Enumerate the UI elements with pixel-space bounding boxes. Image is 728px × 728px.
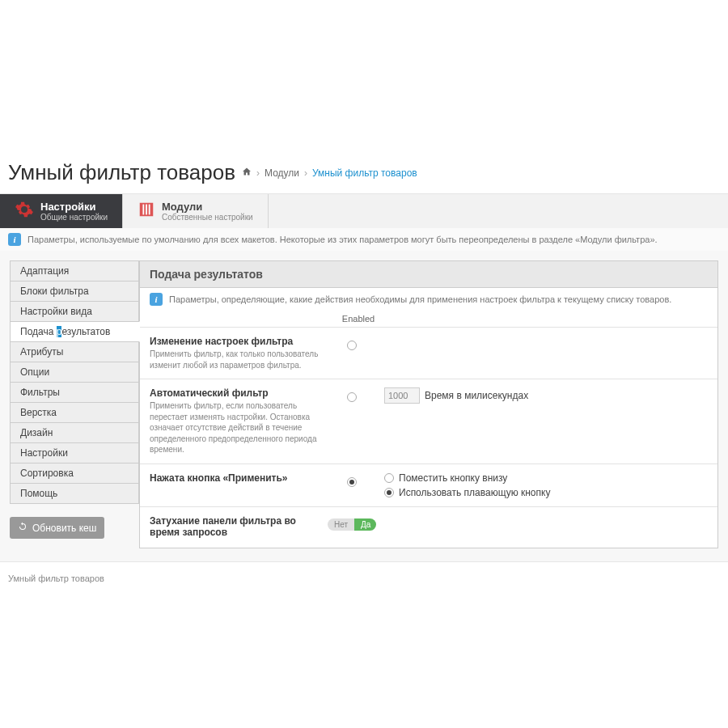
tab-modules[interactable]: Модули Собственные настройки — [123, 194, 269, 228]
tab-title: Модули — [162, 201, 253, 213]
refresh-cache-button[interactable]: Обновить кеш — [10, 517, 104, 539]
sub-option-radio[interactable] — [384, 473, 394, 483]
option-row: Изменение настроек фильтра Применить фил… — [140, 327, 717, 379]
breadcrumb: › Модули › Умный фильтр товаров — [242, 167, 417, 179]
content-block: Настройки Общие настройки Модули Собстве… — [0, 193, 728, 562]
enabled-radio[interactable] — [347, 477, 357, 487]
sidebar-item[interactable]: Опции — [10, 362, 139, 383]
sidebar-item[interactable]: Настройки вида — [10, 301, 139, 322]
info-bar: i Параметры, используемые по умолчанию д… — [0, 228, 728, 251]
sidebar-item[interactable]: Настройки — [10, 442, 139, 463]
refresh-icon — [18, 522, 28, 534]
sidebar-item[interactable]: Блоки фильтра — [10, 281, 139, 302]
tab-subtitle: Собственные настройки — [162, 213, 253, 222]
enabled-radio[interactable] — [347, 392, 357, 402]
breadcrumb-item[interactable]: Модули — [265, 167, 299, 179]
footer-text: Умный фильтр товаров — [0, 562, 728, 595]
sidebar-item[interactable]: Верстка — [10, 402, 139, 423]
sidebar-label-post: езультатов — [61, 326, 110, 337]
page-header: Умный фильтр товаров › Модули › Умный фи… — [0, 157, 728, 193]
sidebar-item[interactable]: Дизайн — [10, 422, 139, 443]
milliseconds-input[interactable] — [384, 387, 420, 404]
info-icon: i — [8, 233, 21, 246]
option-desc: Применить фильтр, если пользователь пере… — [150, 400, 320, 455]
sidebar-item-active[interactable]: Подача результатов — [10, 321, 140, 342]
toggle-on-label: Да — [354, 518, 376, 531]
module-tabs: Настройки Общие настройки Модули Собстве… — [0, 194, 728, 228]
info-text: Параметры, используемые по умолчанию для… — [28, 235, 658, 244]
sub-option-label: Использовать плавающую кнопку — [399, 487, 550, 498]
gear-icon — [15, 200, 34, 222]
toggle-off-label: Нет — [328, 518, 354, 531]
option-title: Затухание панели фильтра во время запрос… — [150, 515, 320, 538]
breadcrumb-sep: › — [304, 167, 307, 179]
option-title: Изменение настроек фильтра — [150, 336, 320, 347]
option-row: Автоматический фильтр Применить фильтр, … — [140, 379, 717, 463]
svg-rect-2 — [146, 205, 147, 215]
sidebar: Адаптация Блоки фильтра Настройки вида П… — [10, 260, 139, 539]
sub-option-label: Поместить кнопку внизу — [399, 472, 507, 484]
sidebar-item[interactable]: Сортировка — [10, 463, 139, 484]
svg-rect-3 — [149, 205, 150, 215]
enabled-radio[interactable] — [347, 341, 357, 350]
tab-title: Настройки — [40, 201, 108, 213]
panel-header: Подача результатов — [140, 261, 717, 288]
sub-option-radio[interactable] — [384, 488, 394, 497]
module-icon — [138, 201, 155, 222]
breadcrumb-sep: › — [256, 167, 260, 179]
svg-rect-1 — [142, 205, 144, 215]
option-row: Нажата кнопка «Применить» Поместить кноп… — [140, 463, 717, 506]
option-title: Нажата кнопка «Применить» — [150, 472, 320, 484]
sidebar-item[interactable]: Адаптация — [10, 260, 139, 281]
sidebar-item[interactable]: Фильтры — [10, 382, 139, 403]
page-title: Умный фильтр товаров — [8, 160, 235, 185]
tab-subtitle: Общие настройки — [40, 213, 108, 222]
info-icon: i — [150, 293, 163, 306]
sidebar-item[interactable]: Атрибуты — [10, 341, 139, 362]
sidebar-item[interactable]: Помощь — [10, 483, 139, 504]
breadcrumb-item-active[interactable]: Умный фильтр товаров — [312, 167, 417, 179]
home-icon[interactable] — [242, 167, 252, 179]
option-row: Затухание панели фильтра во время запрос… — [140, 506, 717, 548]
enabled-column-header: Enabled — [334, 311, 383, 327]
panel-info: i Параметры, определяющие, какие действи… — [140, 288, 717, 311]
panel-info-text: Параметры, определяющие, какие действия … — [169, 294, 671, 304]
option-title: Автоматический фильтр — [150, 387, 320, 399]
refresh-label: Обновить кеш — [32, 523, 96, 534]
fade-toggle[interactable]: Нет Да — [328, 518, 376, 531]
content-panel: Подача результатов i Параметры, определя… — [139, 260, 718, 548]
sidebar-label-pre: Подача — [20, 326, 57, 337]
milliseconds-label: Время в милисекундах — [425, 390, 528, 401]
option-desc: Применить фильтр, как только пользовател… — [150, 349, 320, 370]
tab-settings[interactable]: Настройки Общие настройки — [0, 194, 123, 228]
